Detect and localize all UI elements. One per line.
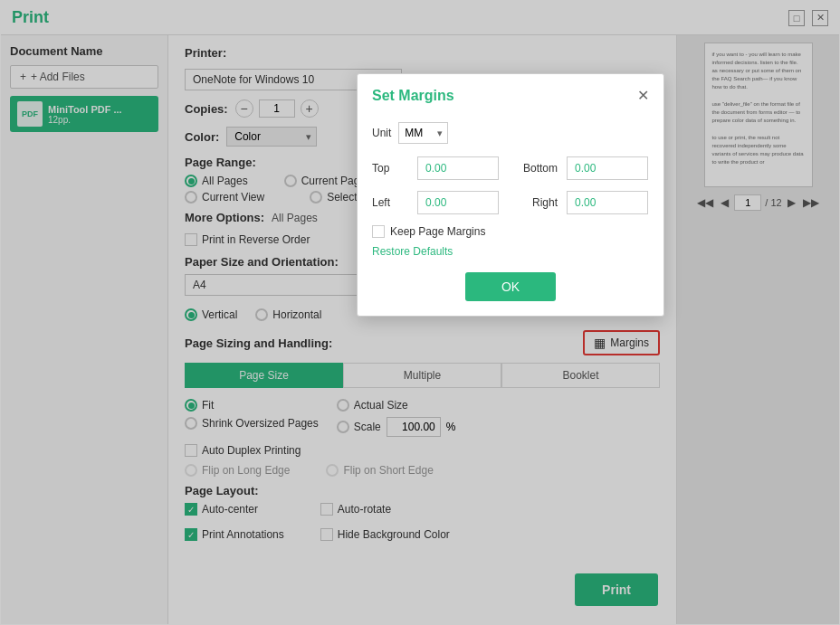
- keep-margins-label: Keep Page Margins: [390, 225, 485, 238]
- modal-header: Set Margins ✕: [358, 74, 663, 113]
- modal-body: Unit MM Inch Top Bottom: [358, 113, 663, 316]
- bottom-label: Bottom: [508, 162, 558, 175]
- left-right-row: Left Right: [372, 191, 649, 214]
- keep-margins-checkbox[interactable]: [372, 225, 385, 238]
- top-bottom-row: Top Bottom: [372, 156, 649, 180]
- unit-label: Unit: [372, 127, 391, 139]
- top-label: Top: [372, 162, 408, 175]
- bottom-input[interactable]: [567, 156, 648, 180]
- keep-margins-row[interactable]: Keep Page Margins: [372, 225, 649, 238]
- left-input[interactable]: [417, 191, 499, 214]
- top-input[interactable]: [417, 156, 499, 180]
- right-label: Right: [508, 196, 558, 209]
- unit-select-wrapper: MM Inch: [398, 122, 448, 144]
- restore-defaults-link[interactable]: Restore Defaults: [372, 245, 649, 258]
- print-window: Print □ ✕ Document Name + + Add Files PD…: [0, 0, 840, 625]
- set-margins-modal: Set Margins ✕ Unit MM Inch Top: [357, 73, 664, 317]
- modal-title: Set Margins: [372, 88, 454, 104]
- left-label: Left: [372, 196, 408, 209]
- unit-select[interactable]: MM Inch: [398, 122, 448, 144]
- modal-close-button[interactable]: ✕: [637, 87, 649, 104]
- modal-overlay: Set Margins ✕ Unit MM Inch Top: [1, 1, 839, 624]
- right-input[interactable]: [567, 191, 648, 214]
- unit-row: Unit MM Inch: [372, 122, 649, 144]
- ok-button[interactable]: OK: [465, 272, 556, 301]
